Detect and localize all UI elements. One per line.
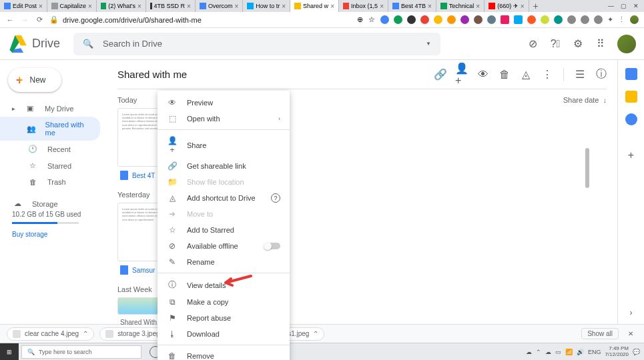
- menu-copy[interactable]: ⧉Make a copy: [157, 294, 290, 310]
- maximize-icon[interactable]: ▢: [621, 3, 627, 9]
- chevron-right-icon[interactable]: ›: [630, 308, 633, 317]
- cloud-icon[interactable]: ☁: [545, 349, 551, 355]
- toggle[interactable]: [264, 243, 280, 249]
- ext-icon[interactable]: [474, 15, 482, 24]
- start-button[interactable]: ⊞: [0, 343, 19, 361]
- ext-icon[interactable]: [567, 15, 576, 24]
- menu-shortcut[interactable]: ◬Add shortcut to Drive?: [157, 190, 290, 206]
- gear-icon[interactable]: ⚙: [572, 38, 584, 50]
- menu-rename[interactable]: ✎Rename: [157, 254, 290, 270]
- menu-starred[interactable]: ☆Add to Starred: [157, 222, 290, 238]
- menu-download[interactable]: ⭳Download: [157, 326, 290, 342]
- chevron-up-icon[interactable]: ⌃: [313, 330, 318, 337]
- search-input[interactable]: 🔍 Search in Drive ▼: [73, 33, 440, 55]
- ext-icon[interactable]: [554, 15, 563, 24]
- wifi-icon[interactable]: 📶: [565, 349, 573, 355]
- onedrive-icon[interactable]: ☁: [526, 349, 532, 355]
- battery-icon[interactable]: ▭: [555, 349, 561, 355]
- list-view-icon[interactable]: ☰: [575, 69, 585, 80]
- menu-icon[interactable]: ⋮: [618, 15, 625, 24]
- menu-offline[interactable]: ⊘Available offline: [157, 238, 290, 254]
- close-icon[interactable]: ×: [39, 3, 43, 10]
- menu-openwith[interactable]: ⬚Open with›: [157, 111, 290, 127]
- tab-8[interactable]: Best 4TB×: [388, 0, 436, 12]
- clock[interactable]: 7:49 PM 7/12/2020: [605, 346, 629, 358]
- sort-share-date[interactable]: Share date↓: [563, 96, 607, 104]
- preview-icon[interactable]: 👁: [478, 69, 489, 80]
- info-icon[interactable]: ⓘ: [596, 69, 607, 80]
- add-icon[interactable]: +: [628, 149, 634, 161]
- calendar-icon[interactable]: [625, 68, 637, 80]
- notifications-icon[interactable]: 💬: [633, 349, 640, 355]
- buy-storage-link[interactable]: Buy storage: [12, 231, 95, 238]
- close-icon[interactable]: ×: [88, 3, 92, 10]
- ext-icon[interactable]: [501, 15, 509, 24]
- tab-2[interactable]: (2) What's×: [97, 0, 146, 12]
- close-window-icon[interactable]: ✕: [633, 3, 639, 9]
- tab-5[interactable]: How to tr×: [243, 0, 290, 12]
- menu-abuse[interactable]: ⚑Report abuse: [157, 310, 290, 326]
- menu-share[interactable]: 👤+Share: [157, 133, 290, 158]
- chevron-up-icon[interactable]: ⌃: [536, 349, 541, 355]
- tab-3[interactable]: 4TB SSD R×: [146, 0, 196, 12]
- ext-icon[interactable]: [527, 15, 536, 24]
- ext-icon[interactable]: [420, 15, 429, 24]
- apps-icon[interactable]: ⠿: [595, 38, 607, 50]
- profile-icon[interactable]: [630, 15, 639, 24]
- ready-offline-icon[interactable]: ⊘: [527, 38, 539, 50]
- close-icon[interactable]: ×: [187, 3, 191, 10]
- help-icon[interactable]: ?: [271, 193, 280, 203]
- help-icon[interactable]: ?⃝: [549, 38, 561, 50]
- menu-preview[interactable]: 👁Preview: [157, 95, 290, 111]
- extensions-icon[interactable]: ✦: [607, 15, 613, 24]
- lang-indicator[interactable]: ENG: [588, 349, 601, 355]
- new-tab-button[interactable]: +: [529, 0, 543, 12]
- tab-0[interactable]: Edit Post×: [0, 0, 47, 12]
- ext-icon[interactable]: [581, 15, 589, 24]
- forward-icon[interactable]: →: [20, 16, 29, 24]
- translate-icon[interactable]: ⊕: [357, 15, 363, 24]
- sidebar-item-storage[interactable]: ☁Storage: [12, 197, 88, 211]
- minimize-icon[interactable]: —: [608, 3, 614, 9]
- close-icon[interactable]: ×: [476, 3, 480, 10]
- ext-icon[interactable]: [380, 15, 389, 24]
- drive-shortcut-icon[interactable]: ◬: [521, 69, 531, 80]
- tasks-icon[interactable]: [625, 113, 637, 125]
- sidebar-item-trash[interactable]: 🗑Trash: [0, 174, 100, 190]
- sidebar-item-shared[interactable]: 👥Shared with me: [0, 117, 100, 141]
- tab-7[interactable]: Inbox (1,5×: [339, 0, 388, 12]
- star-icon[interactable]: ☆: [368, 15, 375, 24]
- ext-icon[interactable]: [407, 15, 416, 24]
- ext-icon[interactable]: [460, 15, 469, 24]
- close-icon[interactable]: ×: [234, 3, 238, 10]
- ext-icon[interactable]: [514, 15, 523, 24]
- volume-icon[interactable]: 🔊: [577, 349, 584, 355]
- reload-icon[interactable]: ⟳: [35, 15, 44, 24]
- tab-6[interactable]: Shared w×: [290, 0, 339, 12]
- link-icon[interactable]: 🔗: [435, 69, 446, 80]
- ext-icon[interactable]: [487, 15, 496, 24]
- add-person-icon[interactable]: 👤+: [456, 69, 467, 80]
- ext-icon[interactable]: [394, 15, 402, 24]
- delete-icon[interactable]: 🗑: [499, 69, 510, 80]
- sidebar-item-recent[interactable]: 🕐Recent: [0, 141, 100, 157]
- close-icon[interactable]: ×: [282, 3, 286, 10]
- more-icon[interactable]: ⋮: [542, 69, 553, 80]
- menu-remove[interactable]: 🗑Remove: [157, 348, 290, 360]
- tab-10[interactable]: (660) ✈×: [485, 0, 529, 12]
- ext-icon[interactable]: [541, 15, 549, 24]
- new-button[interactable]: + New: [8, 68, 61, 92]
- sidebar-item-starred[interactable]: ☆Starred: [0, 157, 100, 174]
- close-icon[interactable]: ×: [521, 3, 525, 10]
- url-field[interactable]: 🔒 drive.google.com/drive/u/0/shared-with…: [49, 15, 352, 24]
- close-icon[interactable]: ×: [428, 3, 432, 10]
- close-icon[interactable]: ×: [380, 3, 384, 10]
- chevron-up-icon[interactable]: ⌃: [83, 330, 88, 337]
- tab-9[interactable]: Technical×: [436, 0, 485, 12]
- sidebar-item-mydrive[interactable]: ▸▣My Drive: [0, 100, 100, 117]
- ext-icon[interactable]: [594, 15, 603, 24]
- keep-icon[interactable]: [625, 91, 637, 103]
- taskbar-search[interactable]: 🔍Type here to search: [21, 345, 141, 359]
- scrollbar[interactable]: [585, 148, 589, 188]
- tab-4[interactable]: Overcom×: [196, 0, 243, 12]
